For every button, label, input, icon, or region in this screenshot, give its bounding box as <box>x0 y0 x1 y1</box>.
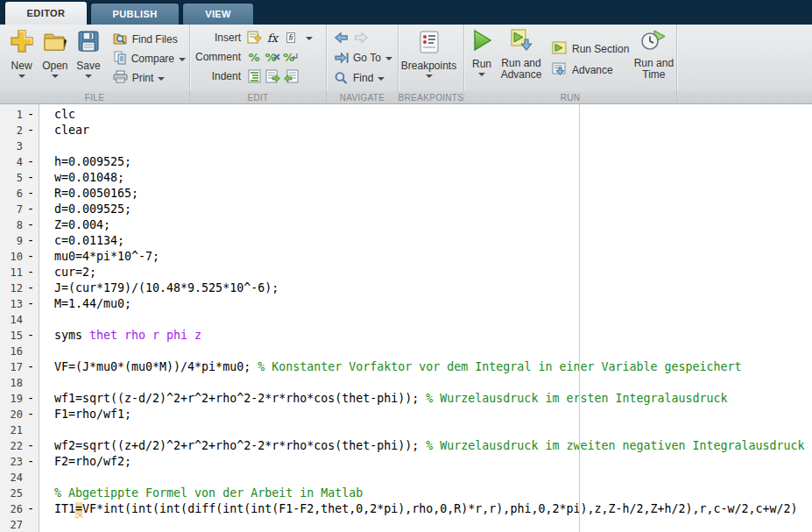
code-text: % Abgetippte Formel von der Arbeit in Ma… <box>54 486 363 501</box>
breakpoint-gutter[interactable] <box>23 470 39 486</box>
breakpoint-gutter[interactable] <box>23 375 39 391</box>
breakpoint-gutter[interactable]: - <box>23 233 39 249</box>
code-line[interactable]: 26-IT1=VF*int(int(int(diff(int(int(F1-F2… <box>0 501 812 517</box>
code-line[interactable]: 4-h=0.009525; <box>0 154 812 170</box>
code-text: R=0.0050165; <box>54 186 138 202</box>
breakpoint-gutter[interactable]: - <box>23 154 39 170</box>
breakpoint-gutter[interactable]: - <box>23 186 39 202</box>
run-and-time-button[interactable]: Run and Time <box>632 28 674 91</box>
code-text: IT1=VF*int(int(int(diff(int(int(F1-F2,th… <box>54 501 798 517</box>
tab-publish[interactable]: PUBLISH <box>90 3 180 25</box>
print-button[interactable]: Print <box>113 69 186 87</box>
code-line[interactable]: 24 <box>0 470 812 486</box>
code-line[interactable]: 10-mu0=4*pi*10^-7; <box>0 249 812 265</box>
code-line[interactable]: 1-clc <box>0 107 812 123</box>
breakpoint-gutter[interactable]: - <box>23 170 39 186</box>
code-line[interactable]: 17-VF=(J*mu0*(mu0*M))/4*pi*mu0; % Konsta… <box>0 359 812 375</box>
code-line[interactable]: 22-wf2=sqrt((z+d/2)^2+r^2+rho^2-2*r*rho*… <box>0 438 812 454</box>
breakpoint-gutter[interactable]: - <box>23 265 39 280</box>
breakpoint-gutter[interactable]: - <box>23 391 39 407</box>
tab-editor[interactable]: EDITOR <box>4 1 88 25</box>
breakpoint-gutter[interactable]: - <box>23 501 39 517</box>
breakpoint-gutter[interactable]: - <box>23 359 39 375</box>
breakpoint-gutter[interactable] <box>23 422 39 438</box>
breakpoint-gutter[interactable]: - <box>23 438 39 454</box>
save-button-label: Save <box>76 60 100 72</box>
code-line[interactable]: 15-syms thet rho r phi z <box>0 328 812 344</box>
breakpoint-gutter[interactable] <box>23 344 39 359</box>
breakpoint-gutter[interactable] <box>23 312 39 328</box>
code-editor[interactable]: 1-clc2-clear34-h=0.009525;5-w=0.01048;6-… <box>0 104 812 532</box>
breakpoint-gutter[interactable]: - <box>23 217 39 233</box>
save-button[interactable]: Save <box>74 28 102 91</box>
breakpoint-gutter[interactable]: - <box>23 296 39 312</box>
code-line[interactable]: 8-Z=0.004; <box>0 217 812 233</box>
find-files-button[interactable]: Find Files <box>113 31 186 48</box>
code-line[interactable]: 2-clear <box>0 123 812 138</box>
breakpoint-gutter[interactable]: - <box>23 249 39 265</box>
code-line[interactable]: 21 <box>0 422 812 438</box>
wrap-comments-button[interactable]: % <box>283 49 299 65</box>
open-icon <box>42 28 68 58</box>
run-button[interactable]: Run <box>470 28 494 91</box>
code-line[interactable]: 5-w=0.01048; <box>0 170 812 186</box>
chevron-down-icon <box>179 58 186 61</box>
insert-section-button[interactable] <box>246 30 262 46</box>
code-line[interactable]: 20-F1=rho/wf1; <box>0 407 812 422</box>
breakpoint-gutter[interactable]: - <box>23 107 39 123</box>
compare-button[interactable]: Compare <box>113 50 186 67</box>
code-line[interactable]: 6-R=0.0050165; <box>0 186 812 202</box>
find-button[interactable]: Find <box>334 70 396 86</box>
insert-fi-button[interactable]: fi <box>283 30 299 46</box>
line-number: 22 <box>0 438 23 454</box>
breakpoint-gutter[interactable] <box>23 138 39 154</box>
breakpoints-section-label: BREAKPOINTS <box>399 91 464 103</box>
indent-left-button[interactable] <box>283 68 299 84</box>
breakpoint-gutter[interactable]: - <box>23 202 39 217</box>
insert-function-button[interactable]: fx <box>265 30 280 46</box>
uncomment-button[interactable]: % <box>265 49 280 65</box>
chevron-down-icon <box>378 77 385 81</box>
run-and-advance-icon <box>508 28 534 56</box>
new-button[interactable]: New <box>7 28 36 91</box>
code-line[interactable]: 13-M=1.44/mu0; <box>0 296 812 312</box>
back-button[interactable] <box>334 30 350 46</box>
code-line[interactable]: 12-J=(cur*179)/(10.48*9.525*10^-6); <box>0 280 812 296</box>
code-line[interactable]: 23-F2=rho/wf2; <box>0 454 812 470</box>
run-icon <box>470 28 494 56</box>
code-line[interactable]: 3 <box>0 138 812 154</box>
code-line[interactable]: 14 <box>0 312 812 328</box>
code-line[interactable]: 25% Abgetippte Formel von der Arbeit in … <box>0 486 812 501</box>
code-line[interactable]: 9-c=0.01134; <box>0 233 812 249</box>
run-and-advance-button[interactable]: Run and Advance <box>498 28 544 91</box>
code-line[interactable]: 16 <box>0 344 812 359</box>
breakpoint-gutter[interactable] <box>23 517 39 532</box>
line-number: 14 <box>0 312 23 328</box>
breakpoint-gutter[interactable]: - <box>23 407 39 422</box>
comment-button[interactable]: % <box>246 49 262 65</box>
goto-button[interactable]: Go To <box>334 50 396 66</box>
run-and-time-icon <box>640 28 667 56</box>
breakpoint-gutter[interactable]: - <box>23 328 39 344</box>
breakpoint-gutter[interactable]: - <box>23 280 39 296</box>
code-line[interactable]: 19-wf1=sqrt((z-d/2)^2+r^2+rho^2-2*r*rho*… <box>0 391 812 407</box>
line-number: 4 <box>0 154 23 170</box>
smart-indent-button[interactable] <box>246 68 262 84</box>
breakpoint-gutter[interactable]: - <box>23 123 39 138</box>
tab-view[interactable]: VIEW <box>182 3 254 25</box>
code-line[interactable]: 7-d=0.009525; <box>0 202 812 217</box>
breakpoints-button[interactable]: Breakpoints <box>401 30 457 78</box>
code-line[interactable]: 18 <box>0 375 812 391</box>
run-section-button[interactable]: Run Section <box>552 39 629 60</box>
advance-button[interactable]: Advance <box>552 60 629 81</box>
breakpoint-gutter[interactable] <box>23 486 39 501</box>
indent-right-button[interactable] <box>265 68 280 84</box>
breakpoint-gutter[interactable]: - <box>23 454 39 470</box>
open-button[interactable]: Open <box>40 28 69 91</box>
run-and-time-label: Run and Time <box>632 58 674 81</box>
line-number: 3 <box>0 138 23 154</box>
code-line[interactable]: 11-cur=2; <box>0 265 812 280</box>
line-number: 24 <box>0 470 23 486</box>
forward-button[interactable] <box>353 30 369 46</box>
code-line[interactable]: 27 <box>0 517 812 532</box>
